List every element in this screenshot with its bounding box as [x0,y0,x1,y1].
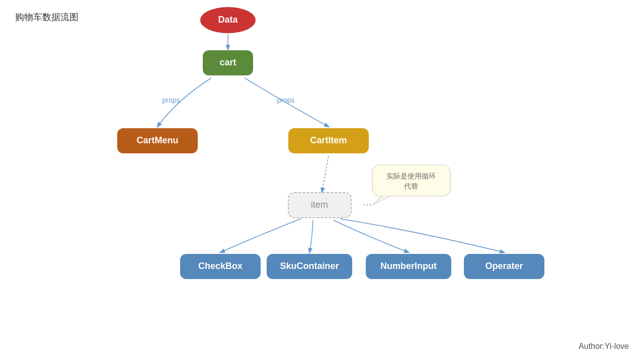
bubble-tail [372,196,390,205]
cartmenu-node-label: CartMenu [136,135,178,145]
bubble-text-line1: 实际是使用循环 [386,172,436,180]
bubble-box [372,165,450,196]
bubble-text-line2: 代替 [404,182,418,190]
numberinput-node-label: NumberInput [380,261,437,271]
diagram: props props Data cart CartMenu CartItem … [0,0,644,362]
item-node-label: item [311,200,328,210]
props-left-label: props [162,96,180,104]
checkbox-node-label: CheckBox [198,261,243,271]
props-right-label: props [277,96,294,104]
operater-node-label: Operater [485,261,523,271]
dots: ··· [363,198,372,211]
cart-node-label: cart [219,57,236,67]
svg-line-1 [322,156,329,192]
skucontainer-node-label: SkuContainer [280,261,339,271]
cartitem-node-label: CartItem [310,135,347,145]
data-node-label: Data [218,15,238,25]
